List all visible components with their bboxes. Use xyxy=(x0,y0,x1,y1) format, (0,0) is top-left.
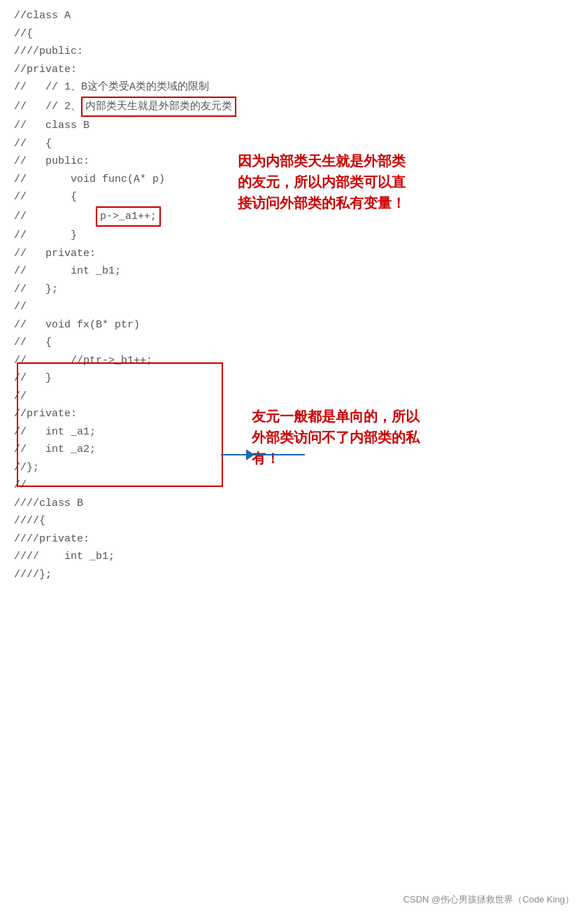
code-line-18: // void fx(B* ptr) xyxy=(14,316,574,334)
code-line-28: ////class B xyxy=(14,495,574,513)
rect-box-fx-block xyxy=(17,362,223,487)
code-line-19: // { xyxy=(14,334,574,352)
code-line-4: //private: xyxy=(14,61,574,79)
annotation-inner-class-friend: 因为内部类天生就是外部类的友元，所以内部类可以直接访问外部类的私有变量！ xyxy=(238,150,552,213)
code-line-6: // // 2、内部类天生就是外部类的友元类 xyxy=(14,97,574,118)
highlight-access: p->_a1++; xyxy=(96,206,161,227)
code-line-2: //{ xyxy=(14,25,574,43)
code-line-14: // private: xyxy=(14,245,574,263)
code-line-15: // int _b1; xyxy=(14,262,574,281)
highlight-inner-class: 内部类天生就是外部类的友元类 xyxy=(81,97,236,118)
code-line-7: // class B xyxy=(14,117,574,135)
code-line-1: //class A xyxy=(14,7,574,25)
code-line-29: ////{ xyxy=(14,512,574,530)
footer-credit: CSDN @伤心男孩拯救世界（Code King） xyxy=(403,893,574,906)
code-line-13: // } xyxy=(14,227,574,245)
code-block: //class A //{ ////public: //private: // … xyxy=(0,7,588,583)
code-line-17: // xyxy=(14,298,574,316)
code-line-16: // }; xyxy=(14,281,574,299)
code-line-32: ////}; xyxy=(14,566,574,584)
arrow-right-icon xyxy=(221,448,254,462)
annotation-friend-unidirectional: 友元一般都是单向的，所以外部类访问不了内部类的私有！ xyxy=(252,406,573,469)
code-line-5: // // 1、B这个类受A类的类域的限制 xyxy=(14,78,574,97)
code-line-30: ////private: xyxy=(14,530,574,548)
code-line-31: //// int _b1; xyxy=(14,548,574,566)
code-line-3: ////public: xyxy=(14,43,574,61)
